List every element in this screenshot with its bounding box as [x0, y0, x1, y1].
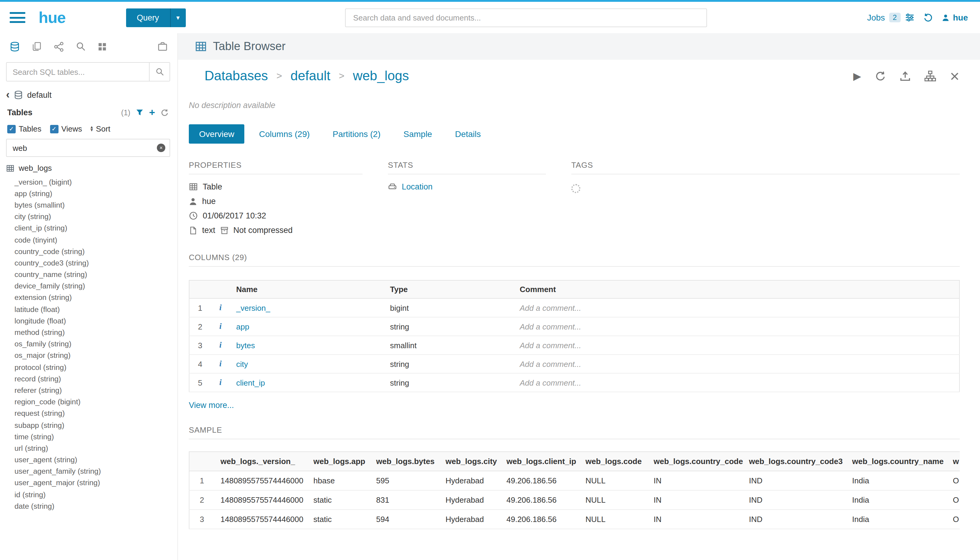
sidebar-column-item[interactable]: longitude (float) — [0, 315, 177, 327]
sitemap-lineage-icon[interactable] — [924, 70, 936, 82]
info-icon[interactable]: i — [219, 340, 222, 349]
sidebar-column-item[interactable]: request (string) — [0, 408, 177, 419]
sidebar-table-name: web_logs — [19, 163, 52, 173]
sidebar-search-button[interactable] — [149, 63, 170, 81]
sidebar-column-item[interactable]: device_family (string) — [0, 280, 177, 292]
sidebar-column-item[interactable]: protocol (string) — [0, 362, 177, 373]
sidebar-column-item[interactable]: user_agent_family (string) — [0, 465, 177, 477]
chevron-left-icon[interactable]: ‹ — [6, 89, 10, 100]
user-icon — [942, 13, 949, 22]
hamburger-menu-icon[interactable] — [10, 12, 25, 23]
sidebar-column-item[interactable]: subapp (string) — [0, 419, 177, 431]
user-menu[interactable]: hue — [942, 13, 968, 22]
sidebar-column-item[interactable]: os_major (string) — [0, 350, 177, 362]
table-filter-input[interactable] — [6, 139, 170, 157]
column-type: smallint — [384, 336, 514, 355]
add-table-icon[interactable]: + — [149, 107, 155, 118]
sample-cell: 595 — [370, 471, 439, 490]
sidebar-column-item[interactable]: user_agent (string) — [0, 454, 177, 465]
sample-cell: India — [846, 510, 947, 529]
tab-overview[interactable]: Overview — [189, 124, 245, 143]
sidebar-column-item[interactable]: city (string) — [0, 211, 177, 222]
column-name-link[interactable]: app — [236, 322, 249, 331]
breadcrumb-separator: > — [276, 71, 282, 82]
sidebar-column-item[interactable]: client_ip (string) — [0, 223, 177, 234]
global-search-input[interactable] — [345, 8, 707, 27]
sidebar-search-input[interactable] — [7, 63, 149, 81]
sidebar-column-item[interactable]: region_code (bigint) — [0, 396, 177, 408]
sidebar-column-item[interactable]: _version_ (bigint) — [0, 176, 177, 188]
jobs-link[interactable]: Jobs — [867, 13, 885, 22]
sidebar-column-item[interactable]: user_agent_major (string) — [0, 477, 177, 489]
breadcrumb-databases[interactable]: Databases — [205, 68, 268, 84]
views-checkbox[interactable]: ✓ Views — [50, 124, 82, 133]
workflow-assist-icon[interactable] — [54, 41, 64, 52]
documents-assist-icon[interactable] — [32, 42, 42, 51]
hue-logo[interactable]: hue — [38, 8, 65, 27]
sidebar-column-item[interactable]: extension (string) — [0, 292, 177, 303]
tab-columns[interactable]: Columns (29) — [251, 124, 318, 143]
info-icon[interactable]: i — [219, 359, 222, 368]
search-assist-icon[interactable] — [76, 42, 86, 51]
sidebar-column-item[interactable]: latitude (float) — [0, 303, 177, 315]
sidebar-column-item[interactable]: country_code3 (string) — [0, 257, 177, 269]
history-icon[interactable] — [923, 12, 933, 23]
column-comment[interactable]: Add a comment... — [514, 355, 959, 373]
upload-icon[interactable] — [899, 70, 911, 82]
tab-partitions[interactable]: Partitions (2) — [324, 124, 389, 143]
sidebar-column-item[interactable]: date (string) — [0, 500, 177, 512]
sliders-icon[interactable] — [905, 13, 914, 22]
query-button-label[interactable]: Query — [126, 8, 170, 27]
sidebar-column-item[interactable]: method (string) — [0, 327, 177, 338]
refresh-icon[interactable] — [160, 108, 169, 117]
tab-details[interactable]: Details — [446, 124, 489, 143]
column-comment[interactable]: Add a comment... — [514, 373, 959, 392]
sidebar-column-item[interactable]: url (string) — [0, 443, 177, 454]
query-button[interactable]: Query ▾ — [126, 8, 185, 27]
column-name-link[interactable]: bytes — [236, 341, 255, 350]
sidebar-column-item[interactable]: bytes (smallint) — [0, 200, 177, 211]
column-row-number: 1 — [189, 298, 211, 317]
sidebar-table-web-logs[interactable]: web_logs — [0, 157, 177, 175]
sidebar-column-item[interactable]: code (tinyint) — [0, 234, 177, 246]
column-name-link[interactable]: _version_ — [236, 303, 270, 312]
info-icon[interactable]: i — [219, 303, 222, 312]
breadcrumb-database-default[interactable]: default — [291, 68, 330, 84]
tables-checkbox[interactable]: ✓ Tables — [7, 124, 41, 133]
left-assist-panel: ‹ default Tables (1) + — [0, 33, 178, 560]
sidebar-column-item[interactable]: referer (string) — [0, 385, 177, 396]
breadcrumb-table-web-logs[interactable]: web_logs — [353, 68, 409, 84]
briefcase-icon[interactable] — [158, 41, 168, 52]
column-comment[interactable]: Add a comment... — [514, 298, 959, 317]
table-actions: ▶ — [853, 70, 960, 82]
filter-funnel-icon[interactable] — [136, 108, 143, 117]
location-link[interactable]: Location — [402, 182, 433, 191]
refresh-table-icon[interactable] — [874, 70, 886, 82]
sidebar-column-item[interactable]: time (string) — [0, 431, 177, 442]
sidebar-column-item[interactable]: country_name (string) — [0, 269, 177, 280]
sort-toggle[interactable]: ▴▾ Sort — [90, 124, 110, 133]
view-more-link[interactable]: View more... — [189, 401, 234, 410]
sample-cell: Hyderabad — [439, 471, 501, 490]
column-comment[interactable]: Add a comment... — [514, 317, 959, 336]
apps-grid-icon[interactable] — [98, 42, 107, 51]
sidebar-column-item[interactable]: country_code (string) — [0, 246, 177, 257]
info-icon[interactable]: i — [219, 378, 222, 387]
query-caret-down-icon[interactable]: ▾ — [170, 8, 185, 27]
close-icon[interactable] — [949, 71, 960, 81]
sidebar-column-item[interactable]: os_family (string) — [0, 338, 177, 350]
sample-cell: NULL — [579, 510, 647, 529]
sidebar-column-item[interactable]: id (string) — [0, 489, 177, 500]
database-name[interactable]: default — [27, 90, 52, 99]
tab-sample[interactable]: Sample — [395, 124, 441, 143]
query-table-play-icon[interactable]: ▶ — [853, 71, 861, 81]
info-icon[interactable]: i — [219, 322, 222, 331]
database-assist-icon[interactable] — [10, 41, 20, 52]
checkbox-check-icon: ✓ — [50, 125, 58, 133]
sidebar-column-item[interactable]: app (string) — [0, 188, 177, 199]
column-comment[interactable]: Add a comment... — [514, 336, 959, 355]
column-name-link[interactable]: city — [236, 359, 248, 368]
sidebar-column-item[interactable]: record (string) — [0, 373, 177, 384]
column-name-link[interactable]: client_ip — [236, 378, 265, 387]
clear-filter-icon[interactable]: × — [157, 143, 165, 152]
